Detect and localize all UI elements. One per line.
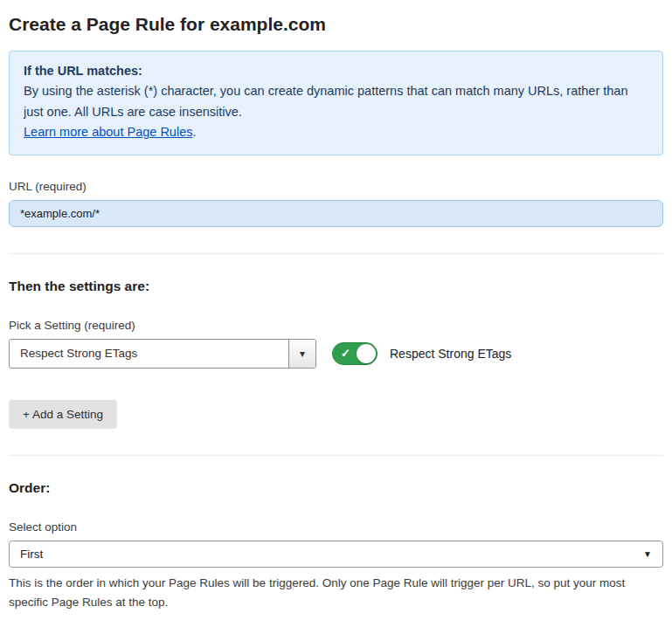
setting-picker-label: Pick a Setting (required) [9,319,663,332]
settings-heading: Then the settings are: [9,279,663,294]
setting-row: Respect Strong ETags ▾ ✓ Respect Strong … [9,339,663,369]
divider [9,455,663,456]
order-label: Select option [9,520,663,534]
divider [9,253,663,254]
setting-select-value: Respect Strong ETags [10,347,288,360]
info-box-link-line: Learn more about Page Rules. [24,122,648,142]
learn-more-link[interactable]: Learn more about Page Rules [24,125,192,139]
info-box-heading: If the URL matches: [24,61,648,81]
etags-toggle[interactable]: ✓ [332,342,378,365]
link-period: . [192,125,196,139]
chevron-down-icon[interactable]: ▾ [288,340,315,368]
setting-select[interactable]: Respect Strong ETags ▾ [9,339,316,369]
toggle-knob [357,344,376,363]
create-page-rule-form: Create a Page Rule for example.com If th… [0,0,672,627]
url-input[interactable] [9,200,663,227]
url-label: URL (required) [9,180,663,193]
info-box-body: By using the asterisk (*) character, you… [24,81,648,122]
etags-toggle-label: Respect Strong ETags [390,347,511,361]
url-match-info-box: If the URL matches: By using the asteris… [9,51,663,155]
order-help-text: This is the order in which your Page Rul… [9,574,660,612]
page-title: Create a Page Rule for example.com [9,14,663,35]
order-heading: Order: [9,480,663,496]
caret-down-icon: ▼ [643,549,652,559]
order-select[interactable]: First ▼ [9,541,663,568]
order-select-value: First [20,548,43,561]
add-setting-button[interactable]: + Add a Setting [9,400,117,429]
check-icon: ✓ [341,348,350,359]
